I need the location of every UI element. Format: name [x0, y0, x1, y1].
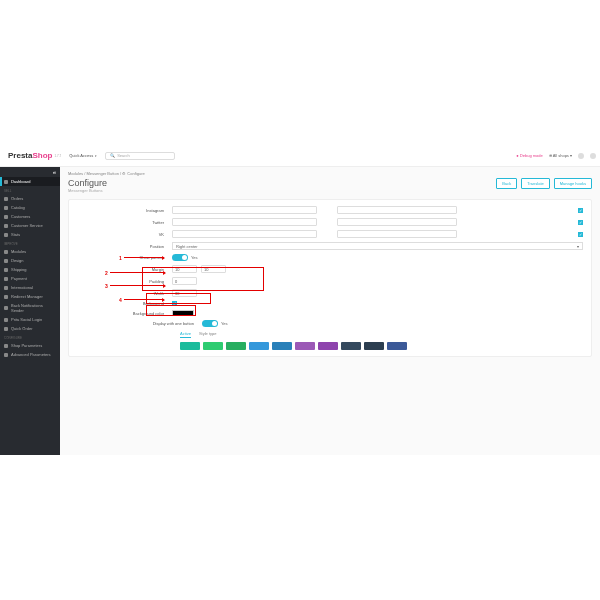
vk-input[interactable]	[172, 230, 317, 238]
position-select[interactable]: Right center▾	[172, 242, 583, 250]
sidebar-item-shipping[interactable]: Shipping	[0, 265, 60, 274]
customers-icon	[4, 215, 8, 219]
version: 1.7.7	[54, 154, 61, 158]
sidebar-item-design[interactable]: Design	[0, 256, 60, 265]
sidebar: « Dashboard SELL Orders Catalog Customer…	[0, 167, 60, 455]
color-swatch[interactable]	[318, 342, 338, 350]
label-twitter: Twitter	[77, 220, 172, 225]
breadcrumb: Modules / Messenger Button / ⚙ Configure	[68, 171, 592, 176]
sidebar-item-advanced[interactable]: Advanced Parameters	[0, 350, 60, 359]
social-icon	[4, 318, 8, 322]
page-title: Configure	[68, 178, 107, 188]
card-icon	[4, 277, 8, 281]
chevron-down-icon: ▾	[577, 244, 579, 249]
color-swatch[interactable]	[226, 342, 246, 350]
catalog-icon	[4, 206, 8, 210]
label-width: Width	[77, 291, 172, 296]
sidebar-item-notifications[interactable]: Back Notifications Sender	[0, 301, 60, 315]
twitter-input[interactable]	[172, 218, 317, 226]
color-swatch[interactable]	[272, 342, 292, 350]
margin-input-1[interactable]: 10	[172, 265, 197, 273]
globe-icon	[4, 286, 8, 290]
display-one-toggle[interactable]	[202, 320, 218, 327]
truck-icon	[4, 268, 8, 272]
annotation-2: 2	[105, 270, 108, 276]
twitter-checkbox[interactable]	[578, 220, 583, 225]
sidebar-section: SELL	[0, 186, 60, 194]
annotation-1: 1	[119, 255, 122, 261]
sidebar-item-customer-service[interactable]: Customer Service	[0, 221, 60, 230]
sidebar-item-quickorder[interactable]: Quick Order	[0, 324, 60, 333]
annotation-3: 3	[105, 283, 108, 289]
color-swatch[interactable]	[249, 342, 269, 350]
sidebar-item-customers[interactable]: Customers	[0, 212, 60, 221]
sidebar-section: IMPROVE	[0, 239, 60, 247]
show-params-toggle[interactable]	[172, 254, 188, 261]
orders-icon	[4, 197, 8, 201]
bell-icon[interactable]	[578, 153, 584, 159]
color-swatch[interactable]	[180, 342, 200, 350]
label-bg-color: Background color	[77, 311, 172, 316]
instagram-checkbox[interactable]	[578, 208, 583, 213]
gear-icon	[4, 344, 8, 348]
instagram-input[interactable]	[172, 206, 317, 214]
sidebar-item-modules[interactable]: Modules	[0, 247, 60, 256]
color-swatch[interactable]	[341, 342, 361, 350]
sidebar-item-payment[interactable]: Payment	[0, 274, 60, 283]
instagram-input-2[interactable]	[337, 206, 457, 214]
label-display-one: Display with one button	[77, 321, 202, 326]
quick-access-dropdown[interactable]: Quick Access	[69, 153, 97, 158]
sidebar-item-redirect[interactable]: Redirect Manager	[0, 292, 60, 301]
modules-icon	[4, 250, 8, 254]
brand-logo: PrestaShop	[8, 151, 52, 160]
width-input[interactable]: 30	[172, 289, 197, 297]
redirect-icon	[4, 295, 8, 299]
headset-icon	[4, 224, 8, 228]
sidebar-item-dashboard[interactable]: Dashboard	[0, 177, 60, 186]
tab-active[interactable]: Active	[180, 331, 191, 338]
sidebar-item-stats[interactable]: Stats	[0, 230, 60, 239]
shop-selector[interactable]: ⊕ All shops ▾	[549, 153, 572, 158]
wrench-icon	[4, 353, 8, 357]
collapse-icon[interactable]: «	[0, 167, 60, 177]
translate-button[interactable]: Translate	[521, 178, 550, 189]
color-swatch[interactable]	[387, 342, 407, 350]
debug-mode-badge[interactable]: ● Debug mode	[516, 153, 542, 158]
design-icon	[4, 259, 8, 263]
sidebar-item-catalog[interactable]: Catalog	[0, 203, 60, 212]
sidebar-section: CONFIGURE	[0, 333, 60, 341]
padding-input-1[interactable]: 0	[172, 277, 197, 285]
dashboard-icon	[4, 180, 8, 184]
margin-input-2[interactable]: 10	[201, 265, 226, 273]
annotation-4: 4	[119, 297, 122, 303]
color-swatches	[180, 342, 583, 350]
label-position: Position	[77, 244, 172, 249]
label-padding: Padding	[77, 279, 172, 284]
sidebar-item-orders[interactable]: Orders	[0, 194, 60, 203]
vk-input-2[interactable]	[337, 230, 457, 238]
page-subtitle: Messenger Buttons	[68, 188, 107, 193]
vk-checkbox[interactable]	[578, 232, 583, 237]
avatar[interactable]	[590, 153, 596, 159]
color-swatch[interactable]	[295, 342, 315, 350]
sidebar-item-social[interactable]: Prita Social Login	[0, 315, 60, 324]
bell-icon	[4, 306, 8, 310]
stats-icon	[4, 233, 8, 237]
color-swatch[interactable]	[364, 342, 384, 350]
back-button[interactable]: Back	[496, 178, 517, 189]
background-checkbox[interactable]	[172, 301, 177, 306]
label-background: Background	[77, 301, 172, 306]
bg-color-picker[interactable]	[172, 310, 194, 316]
label-instagram: Instagram	[77, 208, 172, 213]
label-margin: Margin	[77, 267, 172, 272]
label-vk: VK	[77, 232, 172, 237]
tab-style[interactable]: Style type	[199, 331, 217, 338]
sidebar-item-shopparams[interactable]: Shop Parameters	[0, 341, 60, 350]
sidebar-item-international[interactable]: International	[0, 283, 60, 292]
color-swatch[interactable]	[203, 342, 223, 350]
search-input[interactable]: 🔍 Search	[105, 152, 175, 160]
twitter-input-2[interactable]	[337, 218, 457, 226]
cart-icon	[4, 327, 8, 331]
manage-hooks-button[interactable]: Manage hooks	[554, 178, 592, 189]
